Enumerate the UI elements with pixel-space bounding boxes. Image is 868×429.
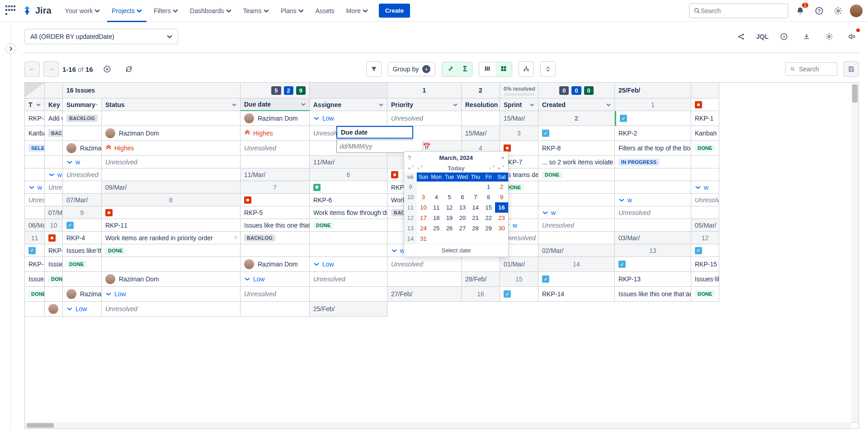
- cell-priority[interactable]: Low: [102, 287, 241, 302]
- cell-summary[interactable]: Add work items with "+ Create Issue" at⠿: [45, 111, 63, 126]
- cell-status[interactable]: DONE: [102, 244, 241, 257]
- cell-resolution[interactable]: Unresolved: [241, 287, 310, 302]
- cell-priority[interactable]: Low: [310, 111, 387, 126]
- cell-created[interactable]: 27/Feb/: [387, 287, 462, 302]
- vertical-scrollbar[interactable]: [851, 83, 859, 422]
- calendar-toggle-button[interactable]: 📅: [422, 140, 430, 153]
- cell-created[interactable]: 07/Mar/: [45, 206, 63, 219]
- cell-key[interactable]: RKP-2: [615, 126, 691, 141]
- row-number[interactable]: 6: [310, 168, 387, 181]
- cell-duedate[interactable]: [45, 287, 63, 302]
- cal-day[interactable]: 5: [443, 192, 456, 202]
- cell-resolution[interactable]: Unresolved: [615, 206, 691, 219]
- cell-created[interactable]: 25/Feb/: [310, 302, 387, 317]
- horizontal-scrollbar[interactable]: [25, 422, 851, 429]
- calendar-prev-month[interactable]: ‹ ˅: [417, 165, 423, 171]
- cal-day[interactable]: 9: [495, 192, 508, 202]
- cell-assignee[interactable]: [615, 181, 691, 194]
- cell-sprint[interactable]: [387, 272, 462, 287]
- chevron-down-icon[interactable]: [379, 103, 383, 107]
- cell-priority[interactable]: w: [615, 194, 691, 206]
- drag-handle-icon[interactable]: ⠿: [685, 293, 689, 295]
- cell-resolution[interactable]: Unresolved: [691, 194, 719, 206]
- cell-status[interactable]: DONE: [691, 141, 719, 156]
- cell-sprint[interactable]: [462, 111, 500, 126]
- cell-created[interactable]: 01/Mar/: [500, 257, 538, 272]
- cell-assignee[interactable]: [310, 244, 387, 257]
- cell-sprint[interactable]: [25, 206, 45, 219]
- drag-handle-icon[interactable]: ⠿: [57, 117, 61, 120]
- cell-type[interactable]: [63, 219, 102, 232]
- cal-day[interactable]: 23: [495, 213, 508, 223]
- cell-sprint[interactable]: [310, 287, 387, 302]
- col-type[interactable]: T: [25, 98, 45, 111]
- col-due[interactable]: Due date: [241, 98, 310, 111]
- chevron-down-icon[interactable]: [453, 103, 458, 107]
- help-button[interactable]: ?: [812, 4, 826, 18]
- cell-duedate[interactable]: [310, 232, 387, 244]
- cell-priority[interactable]: w: [691, 181, 719, 194]
- cell-sprint[interactable]: [63, 181, 102, 194]
- cell-duedate[interactable]: [241, 244, 310, 257]
- drag-handle-icon[interactable]: ⠿: [38, 278, 42, 280]
- cell-sprint[interactable]: [241, 156, 310, 168]
- cal-day[interactable]: 31: [417, 233, 430, 244]
- cell-created[interactable]: 07/Mar/: [63, 194, 102, 206]
- chevron-down-icon[interactable]: [36, 103, 41, 107]
- cell-assignee[interactable]: [45, 156, 63, 168]
- cell-key[interactable]: RKP-5: [241, 206, 310, 219]
- cell-summary[interactable]: Issues like this one that are marked as⠿: [45, 257, 63, 272]
- cal-day[interactable]: 2: [495, 182, 508, 192]
- hierarchy-button[interactable]: [519, 61, 534, 77]
- cell-type[interactable]: [615, 257, 691, 272]
- nav-plans[interactable]: Plans: [276, 5, 308, 17]
- cell-created[interactable]: 03/Mar/: [615, 232, 691, 244]
- cell-priority[interactable]: Low: [310, 257, 387, 272]
- cal-day[interactable]: 29: [482, 223, 495, 233]
- cal-day[interactable]: 7: [469, 192, 482, 202]
- cell-assignee[interactable]: Raziman Dom: [241, 257, 310, 272]
- cell-created[interactable]: 09/Mar/: [102, 181, 241, 194]
- create-button[interactable]: Create: [379, 4, 410, 18]
- cell-duedate[interactable]: [102, 257, 241, 272]
- filter-help-button[interactable]: ?: [777, 29, 791, 44]
- cell-status[interactable]: BACKLOG: [63, 111, 102, 126]
- cell-priority[interactable]: w: [45, 168, 63, 181]
- user-avatar[interactable]: [850, 5, 863, 17]
- cell-priority[interactable]: w: [25, 181, 45, 194]
- cal-day[interactable]: 14: [469, 202, 482, 213]
- row-number[interactable]: 15: [500, 272, 538, 287]
- global-search[interactable]: [689, 3, 788, 19]
- cell-priority[interactable]: Low: [241, 272, 310, 287]
- sum-toggle[interactable]: Σ: [458, 62, 472, 76]
- drag-handle-icon[interactable]: ⠿: [95, 249, 99, 252]
- cell-created[interactable]: 05/Mar/: [691, 219, 719, 232]
- row-number[interactable]: 1: [615, 98, 691, 111]
- cal-day[interactable]: 25: [430, 223, 443, 233]
- grid-search-input[interactable]: [799, 65, 832, 73]
- cell-status[interactable]: BACKLOG: [241, 232, 310, 244]
- cell-duedate[interactable]: [691, 156, 719, 168]
- cell-resolution[interactable]: Unresolved: [102, 302, 241, 317]
- cell-key[interactable]: RKP-4: [63, 232, 102, 244]
- nav-dashboards[interactable]: Dashboards: [185, 5, 236, 17]
- cell-status[interactable]: BACKLOG: [45, 126, 63, 141]
- add-issue-button[interactable]: [99, 61, 115, 77]
- cell-type[interactable]: [241, 194, 310, 206]
- jql-toggle[interactable]: JQL: [756, 33, 769, 40]
- cell-assignee[interactable]: Raziman Dom: [45, 302, 63, 317]
- cell-resolution[interactable]: Unresolved: [102, 156, 241, 168]
- cal-day[interactable]: 30: [495, 223, 508, 233]
- cal-day[interactable]: 6: [456, 192, 469, 202]
- global-search-input[interactable]: [701, 7, 784, 14]
- cell-priority[interactable]: Low: [63, 302, 102, 317]
- cell-sprint[interactable]: [102, 168, 241, 181]
- cal-day[interactable]: 18: [430, 213, 443, 223]
- cell-duedate[interactable]: [45, 141, 63, 156]
- grid-search[interactable]: [785, 62, 837, 76]
- calendar-next-year[interactable]: » ˅: [498, 165, 505, 171]
- cell-summary[interactable]: Work items are ranked in priority order⠿: [102, 232, 241, 244]
- cell-type[interactable]: [691, 98, 719, 111]
- col-sprint[interactable]: Sprint: [500, 98, 538, 111]
- cell-resolution[interactable]: Unresolved: [387, 111, 462, 126]
